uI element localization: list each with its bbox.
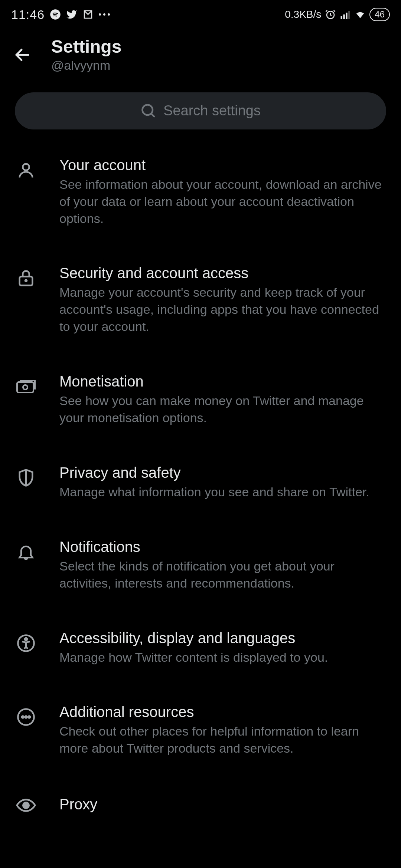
- mail-icon: [82, 9, 94, 20]
- shield-icon: [11, 467, 41, 489]
- more-notifications-icon: [99, 13, 110, 16]
- item-desc: See information about your account, down…: [59, 176, 386, 227]
- item-title: Accessibility, display and languages: [59, 629, 386, 647]
- arrow-left-icon: [13, 46, 31, 64]
- alarm-icon: [325, 9, 336, 20]
- signal-icon: [340, 9, 351, 20]
- search-icon: [140, 103, 157, 119]
- item-content: Your account See information about your …: [59, 156, 386, 227]
- settings-item-accessibility[interactable]: Accessibility, display and languages Man…: [0, 611, 401, 685]
- svg-rect-5: [348, 11, 350, 19]
- item-title: Additional resources: [59, 703, 386, 721]
- svg-point-21: [28, 716, 30, 718]
- item-content: Additional resources Check out other pla…: [59, 703, 386, 757]
- bell-icon: [11, 541, 41, 563]
- status-time: 11:46: [11, 7, 45, 22]
- status-bar: 11:46 0.3KB/s 46: [0, 0, 401, 26]
- battery-indicator: 46: [369, 8, 390, 21]
- svg-rect-13: [17, 382, 33, 392]
- lock-icon: [11, 267, 41, 289]
- item-desc: Manage what information you see and shar…: [59, 484, 386, 501]
- item-content: Privacy and safety Manage what informati…: [59, 464, 386, 501]
- svg-point-19: [22, 716, 24, 718]
- item-title: Notifications: [59, 538, 386, 556]
- svg-rect-4: [346, 13, 348, 19]
- twitter-icon: [66, 9, 77, 20]
- settings-list: Your account See information about your …: [0, 138, 401, 835]
- svg-point-17: [25, 638, 27, 641]
- item-desc: Manage your account's security and keep …: [59, 284, 386, 335]
- item-title: Privacy and safety: [59, 464, 386, 481]
- status-right: 0.3KB/s 46: [285, 8, 390, 21]
- svg-rect-2: [341, 16, 342, 19]
- person-icon: [11, 159, 41, 181]
- svg-point-22: [23, 802, 29, 808]
- accessibility-icon: [11, 632, 41, 654]
- search-container: Search settings: [0, 84, 401, 138]
- svg-rect-3: [343, 14, 345, 19]
- page-subtitle: @alvyynm: [51, 58, 121, 73]
- item-title: Monetisation: [59, 372, 386, 390]
- search-input[interactable]: Search settings: [15, 92, 386, 129]
- settings-item-notifications[interactable]: Notifications Select the kinds of notifi…: [0, 519, 401, 611]
- item-content: Security and account access Manage your …: [59, 264, 386, 335]
- item-content: Notifications Select the kinds of notifi…: [59, 538, 386, 592]
- eye-icon: [11, 794, 41, 816]
- svg-point-14: [23, 385, 27, 389]
- settings-item-proxy[interactable]: Proxy: [0, 776, 401, 835]
- item-desc: Select the kinds of notification you get…: [59, 558, 386, 592]
- wifi-icon: [355, 9, 366, 20]
- settings-item-additional-resources[interactable]: Additional resources Check out other pla…: [0, 684, 401, 776]
- page-title: Settings: [51, 37, 121, 57]
- item-desc: Check out other places for helpful infor…: [59, 723, 386, 757]
- header-titles: Settings @alvyynm: [51, 37, 121, 73]
- spotify-icon: [50, 9, 61, 20]
- back-button[interactable]: [11, 44, 33, 66]
- settings-item-monetisation[interactable]: Monetisation See how you can make money …: [0, 354, 401, 445]
- item-desc: Manage how Twitter content is displayed …: [59, 649, 386, 666]
- settings-item-security[interactable]: Security and account access Manage your …: [0, 246, 401, 354]
- item-title: Your account: [59, 156, 386, 174]
- header: Settings @alvyynm: [0, 26, 401, 84]
- item-content: Accessibility, display and languages Man…: [59, 629, 386, 666]
- data-rate: 0.3KB/s: [285, 9, 321, 20]
- item-content: Monetisation See how you can make money …: [59, 372, 386, 427]
- status-left: 11:46: [11, 7, 110, 22]
- svg-point-7: [143, 105, 153, 115]
- money-icon: [11, 375, 41, 398]
- svg-line-8: [151, 114, 154, 117]
- svg-point-9: [23, 164, 29, 170]
- svg-point-20: [25, 716, 27, 718]
- settings-item-privacy[interactable]: Privacy and safety Manage what informati…: [0, 445, 401, 519]
- settings-item-your-account[interactable]: Your account See information about your …: [0, 138, 401, 246]
- more-circle-icon: [11, 706, 41, 728]
- item-title: Proxy: [59, 795, 386, 813]
- item-desc: See how you can make money on Twitter an…: [59, 392, 386, 427]
- item-title: Security and account access: [59, 264, 386, 282]
- item-content: Proxy: [59, 795, 386, 815]
- search-placeholder: Search settings: [163, 103, 261, 119]
